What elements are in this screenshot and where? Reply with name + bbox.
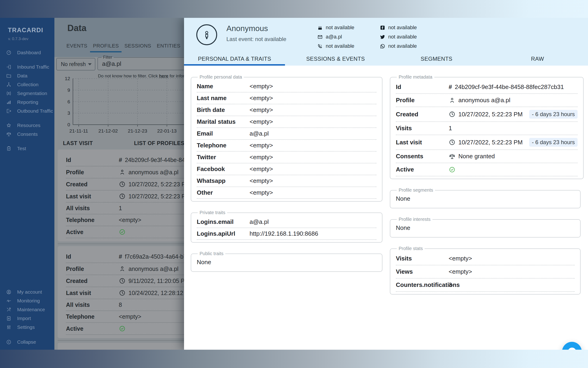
sidebar-item-segmentation[interactable]: Segmentation (0, 89, 54, 98)
field-label: Twitter (197, 154, 250, 161)
field-label: Visits (396, 255, 449, 262)
sidebar-item-collection[interactable]: Collection (0, 80, 54, 89)
row-value-text: anonymous a@a.pl (129, 266, 178, 272)
field-value-text: a@a.pl (250, 218, 269, 225)
field-value-text: anonymous a@a.pl (458, 97, 510, 104)
field-value-text: 24b209cf-9e3f-44be-8458-88fec287cb31 (455, 83, 564, 91)
sidebar-item-collapse[interactable]: Collapse (0, 338, 54, 346)
sidebar-item-data[interactable]: Data (0, 71, 54, 80)
fieldset-profile-personal-data: Profile personal dataName<empty>Last nam… (191, 74, 382, 202)
field-label: Name (197, 83, 250, 90)
fieldset-private-traits: Private traitsLogins.emaila@a.plLogins.a… (191, 210, 382, 243)
sidebar-item-label: Data (17, 73, 27, 79)
tab-sessions[interactable]: SESSIONS (122, 43, 154, 52)
field-value-text: 10/27/2022, 5:22:23 PM (458, 139, 523, 146)
svg-text:0: 0 (67, 122, 70, 127)
refresh-select[interactable]: No refresh (56, 58, 95, 70)
field-label: Facebook (197, 166, 250, 173)
svg-text:21-12-23: 21-12-23 (128, 128, 147, 133)
row-value: 10/24/2022, 12:28:12 PM (119, 289, 193, 296)
field-label: Visits (396, 125, 449, 132)
monitoring-icon (6, 298, 12, 304)
field-value-text: <empty> (449, 255, 472, 262)
field-value-text: <empty> (250, 189, 273, 196)
sidebar-item-label: Monitoring (17, 298, 40, 304)
sidebar-item-dashboard[interactable]: Dashboard (0, 48, 54, 57)
sidebar-item-label: Dashboard (17, 50, 41, 55)
chat-bubble-icon (568, 348, 576, 350)
row-label: Active (66, 325, 119, 332)
tab-entities[interactable]: ENTITIES (154, 43, 183, 52)
sidebar-item-label: Consents (17, 131, 38, 137)
empty-value: None (396, 194, 575, 206)
field-label: Whatsapp (197, 177, 250, 184)
clock-icon (119, 289, 126, 296)
panel-tab-raw[interactable]: RAW (487, 54, 588, 65)
sidebar: TRACARDI v. 0.7.3-dev DashboardInbound T… (0, 18, 54, 350)
panel-left-column: Profile personal dataName<empty>Last nam… (191, 74, 382, 350)
sidebar-item-resources[interactable]: Resources (0, 121, 54, 130)
phone-icon (317, 43, 323, 49)
field-row-last-name: Last name<empty> (197, 92, 377, 104)
tab-label: EVENTS (66, 43, 87, 49)
chevron-down-icon (88, 63, 92, 65)
row-value-text: <empty> (119, 217, 141, 223)
panel-tab-personal-data-traits[interactable]: PERSONAL DATA & TRAITS (184, 54, 285, 65)
profile-name: Anonymous (226, 24, 268, 33)
profiles-time-chart: 03691221-11-1121-12-0221-12-2322-01-13 (59, 77, 189, 135)
field-value (449, 166, 456, 173)
sidebar-item-label: Import (17, 316, 31, 321)
row-value-text: 10/24/2022, 12:28:12 PM (129, 290, 193, 296)
sidebar-item-outbound-traffic[interactable]: Outbound Traffic (0, 107, 54, 115)
contact-phone: not available (317, 41, 377, 51)
row-value (119, 229, 126, 235)
field-value-text: None granted (458, 153, 495, 160)
row-value-text: 9/11/2022, 11:20:05 PM (129, 278, 189, 284)
segmentation-icon (6, 91, 12, 96)
contact-text: not available (388, 25, 417, 31)
field-value: #24b209cf-9e3f-44be-8458-88fec287cb31 (449, 83, 564, 91)
sidebar-item-monitoring[interactable]: Monitoring (0, 296, 54, 305)
check-circle-icon (449, 166, 456, 173)
sidebar-item-test[interactable]: Test (0, 144, 54, 153)
panel-tab-label: RAW (531, 56, 544, 62)
field-value-text: <empty> (250, 142, 273, 149)
sidebar-item-label: Reporting (17, 99, 38, 105)
sidebar-item-inbound-traffic[interactable]: Inbound Traffic (0, 63, 54, 71)
sidebar-item-import[interactable]: Import (0, 314, 54, 323)
tab-profiles[interactable]: PROFILES (90, 43, 122, 52)
data-icon (6, 73, 12, 79)
contact-twitter: not available (380, 32, 440, 41)
contact-info-column-1: not availablea@a.plnot available (317, 23, 377, 51)
field-value: 10/27/2022, 5:22:23 PM- 6 days 23 hours (449, 110, 578, 119)
person-icon (119, 265, 126, 272)
hash-icon: # (119, 253, 122, 260)
field-value-text: <empty> (250, 106, 273, 114)
tab-events[interactable]: EVENTS (64, 43, 90, 52)
contact-facebook: not available (380, 23, 440, 32)
field-label: Birth date (197, 106, 250, 114)
field-value: None granted (449, 153, 495, 160)
sidebar-item-maintenance[interactable]: Maintenance (0, 305, 54, 314)
sidebar-item-reporting[interactable]: Reporting (0, 98, 54, 107)
sidebar-item-label: Maintenance (17, 307, 45, 312)
panel-tab-sessions-events[interactable]: SESSIONS & EVENTS (285, 54, 386, 65)
field-value: <empty> (250, 177, 273, 184)
field-value: <empty> (449, 268, 472, 275)
field-value: 3 (449, 281, 452, 288)
sidebar-item-my-account[interactable]: My account (0, 288, 54, 296)
profile-details-panel: Anonymous Last event: not available not … (184, 18, 588, 350)
row-label: Created (66, 181, 119, 188)
reporting-icon (6, 99, 12, 105)
sidebar-item-settings[interactable]: Settings (0, 323, 54, 332)
field-value-text: <empty> (250, 166, 273, 173)
page-title: Data (67, 23, 86, 33)
field-row-last-visit: Last visit10/27/2022, 5:22:23 PM- 6 days… (396, 135, 578, 150)
clock-icon (119, 181, 126, 188)
fieldset-profile-interests: Profile interestsNone (390, 217, 581, 238)
panel-tab-segments[interactable]: SEGMENTS (386, 54, 487, 65)
row-label: Id (66, 253, 119, 260)
field-label: Id (396, 83, 449, 91)
sidebar-item-consents[interactable]: Consents (0, 130, 54, 138)
sidebar-item-label: Test (17, 146, 26, 151)
